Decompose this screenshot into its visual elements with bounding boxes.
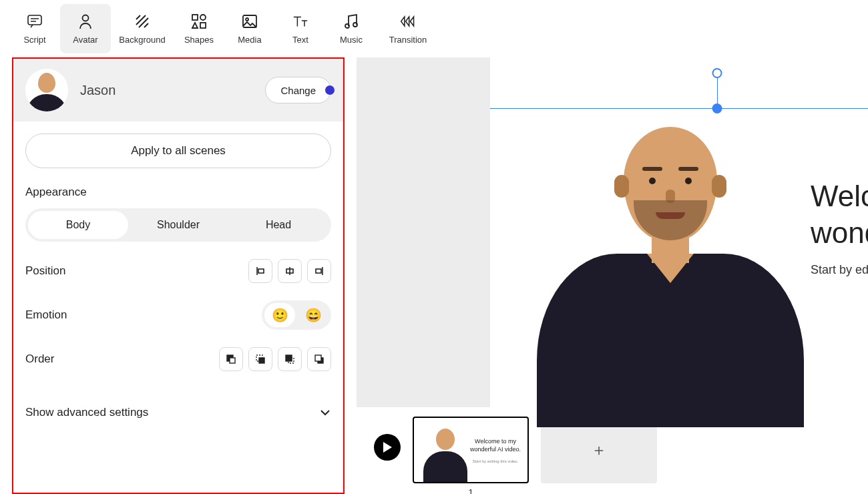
selection-guideline bbox=[490, 108, 868, 109]
svg-rect-2 bbox=[192, 15, 198, 20]
tab-label: Shapes bbox=[184, 35, 214, 45]
slide-canvas[interactable]: Welcome to my wonderful AI video. Start … bbox=[490, 57, 868, 407]
tab-transition[interactable]: Transition bbox=[377, 4, 439, 53]
emotion-happy-button[interactable]: 😄 bbox=[298, 303, 329, 327]
transition-icon bbox=[400, 13, 416, 29]
tab-label: Text bbox=[292, 35, 308, 45]
svg-rect-0 bbox=[28, 15, 41, 25]
slide-stage[interactable]: Welcome to my wonderful AI video. Start … bbox=[357, 57, 868, 407]
tab-media[interactable]: Media bbox=[224, 4, 275, 53]
appearance-option-shoulder[interactable]: Shoulder bbox=[128, 211, 228, 239]
tab-avatar[interactable]: Avatar bbox=[60, 4, 111, 53]
svg-point-1 bbox=[83, 15, 89, 21]
align-right-button[interactable] bbox=[307, 259, 331, 283]
svg-rect-13 bbox=[230, 358, 235, 363]
slide-text-block[interactable]: Welcome to my wonderful AI video. Start … bbox=[811, 178, 868, 277]
tab-shapes[interactable]: Shapes bbox=[174, 4, 224, 53]
appearance-option-body[interactable]: Body bbox=[28, 211, 128, 239]
avatar-settings-panel: Jason Change Apply to all scenes Appeara… bbox=[12, 57, 345, 494]
plus-icon: ＋ bbox=[591, 439, 607, 461]
show-advanced-toggle[interactable]: Show advanced settings bbox=[25, 406, 331, 425]
top-toolbar: Script Avatar Background Shapes Media Te… bbox=[0, 0, 868, 53]
apply-to-all-scenes-button[interactable]: Apply to all scenes bbox=[25, 134, 331, 168]
send-backward-button[interactable] bbox=[278, 347, 302, 371]
play-button[interactable] bbox=[374, 434, 401, 461]
selection-rotate-handle[interactable] bbox=[712, 68, 722, 78]
appearance-label: Appearance bbox=[25, 186, 331, 199]
svg-rect-9 bbox=[258, 269, 264, 273]
align-center-button[interactable] bbox=[278, 259, 302, 283]
svg-point-3 bbox=[200, 15, 206, 20]
emotion-label: Emotion bbox=[25, 308, 67, 322]
tab-label: Avatar bbox=[73, 35, 97, 45]
align-left-button[interactable] bbox=[248, 259, 272, 283]
slide-headline: Welcome to my wonderful AI video. bbox=[811, 178, 868, 251]
tab-background[interactable]: Background bbox=[111, 4, 174, 53]
order-label: Order bbox=[25, 352, 54, 366]
svg-rect-4 bbox=[200, 23, 206, 28]
tab-label: Music bbox=[340, 35, 363, 45]
thumb-subtext: Start by editing this video. bbox=[469, 459, 522, 463]
avatar-thumbnail[interactable] bbox=[25, 69, 68, 111]
tab-music[interactable]: Music bbox=[326, 4, 377, 53]
emotion-toggle: 🙂 😄 bbox=[262, 300, 331, 330]
canvas-area: Welcome to my wonderful AI video. Start … bbox=[357, 53, 868, 494]
media-icon bbox=[242, 13, 258, 29]
bring-forward-button[interactable] bbox=[248, 347, 272, 371]
bring-to-front-button[interactable] bbox=[219, 347, 243, 371]
send-to-back-button[interactable] bbox=[307, 347, 331, 371]
tab-label: Media bbox=[238, 35, 261, 45]
text-icon bbox=[292, 13, 308, 29]
tab-text[interactable]: Text bbox=[275, 4, 326, 53]
avatar-name: Jason bbox=[80, 83, 116, 98]
scene-index: 1 bbox=[468, 487, 473, 494]
svg-rect-11 bbox=[316, 269, 321, 273]
avatar-on-canvas[interactable] bbox=[530, 127, 811, 407]
svg-rect-15 bbox=[259, 358, 264, 363]
script-icon bbox=[27, 13, 43, 29]
svg-rect-17 bbox=[286, 355, 292, 361]
svg-rect-19 bbox=[315, 355, 321, 361]
chevron-down-icon bbox=[319, 409, 331, 417]
svg-point-6 bbox=[246, 18, 248, 21]
music-icon bbox=[343, 13, 359, 29]
panel-header: Jason Change bbox=[13, 59, 343, 121]
tab-label: Script bbox=[23, 35, 45, 45]
position-label: Position bbox=[25, 264, 65, 278]
appearance-option-head[interactable]: Head bbox=[228, 211, 329, 239]
avatar-icon bbox=[77, 13, 93, 29]
tab-label: Background bbox=[119, 35, 165, 45]
change-avatar-button[interactable]: Change bbox=[265, 77, 331, 103]
background-icon bbox=[134, 13, 150, 29]
tab-script[interactable]: Script bbox=[9, 4, 60, 53]
notification-dot bbox=[325, 85, 335, 95]
tab-label: Transition bbox=[389, 35, 427, 45]
scene-thumbnail-1[interactable]: Welcome to my wonderful AI video. Start … bbox=[413, 417, 529, 483]
slide-subtext: Start by editing this video. bbox=[811, 263, 868, 277]
shapes-icon bbox=[191, 13, 207, 29]
appearance-segmented-control: Body Shoulder Head bbox=[25, 208, 331, 242]
emotion-neutral-button[interactable]: 🙂 bbox=[264, 303, 295, 327]
thumb-headline: Welcome to my wonderful AI video. bbox=[469, 438, 522, 453]
